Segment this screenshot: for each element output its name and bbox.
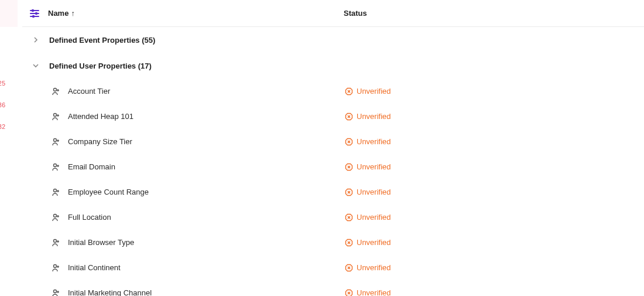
property-name: Full Location — [68, 213, 344, 222]
property-row[interactable]: Company Size Tier Unverified — [22, 129, 644, 154]
property-name: Initial Browser Type — [68, 238, 344, 247]
status-text: Unverified — [357, 137, 391, 146]
svg-point-12 — [54, 113, 57, 116]
group-label: Defined Event Properties (55) — [49, 36, 155, 45]
user-properties-items: Account Tier Unverified Attended Heap 10… — [22, 79, 644, 296]
svg-point-54 — [54, 290, 57, 292]
group-label: Defined User Properties (17) — [49, 62, 152, 70]
group-row-event-properties[interactable]: Defined Event Properties (55) — [22, 27, 644, 53]
fragment-number: 36 — [0, 101, 6, 108]
column-header-status[interactable]: Status — [344, 9, 367, 18]
property-row[interactable]: Initial Continent Unverified — [22, 255, 644, 280]
user-property-icon — [50, 162, 61, 172]
property-name: Employee Count Range — [68, 188, 344, 196]
status-badge: Unverified — [344, 137, 391, 146]
property-row[interactable]: Attended Heap 101 Unverified — [22, 104, 644, 129]
unverified-icon — [344, 238, 353, 247]
user-property-icon — [50, 288, 61, 297]
fragment-number: 25 — [0, 80, 6, 87]
column-header-name-label: Name — [48, 9, 68, 18]
unverified-icon — [344, 213, 353, 222]
property-row[interactable]: Initial Browser Type Unverified — [22, 230, 644, 255]
unverified-icon — [344, 188, 353, 196]
status-text: Unverified — [357, 188, 391, 196]
property-name: Initial Continent — [68, 263, 344, 272]
column-header-row: Name ↑ Status — [22, 0, 644, 27]
property-name: Account Tier — [68, 87, 344, 96]
svg-point-18 — [54, 138, 57, 141]
status-text: Unverified — [357, 112, 391, 121]
svg-point-4 — [36, 12, 37, 13]
status-text: Unverified — [357, 288, 391, 296]
property-name: Initial Marketing Channel — [68, 288, 344, 296]
status-badge: Unverified — [344, 263, 391, 272]
user-property-icon — [50, 86, 61, 97]
user-property-icon — [50, 187, 61, 198]
left-edge-decor: 25 36 32 — [0, 0, 22, 296]
status-badge: Unverified — [344, 238, 391, 247]
status-text: Unverified — [357, 213, 391, 222]
status-badge: Unverified — [344, 288, 391, 296]
column-header-status-label: Status — [344, 9, 367, 18]
unverified-icon — [344, 263, 353, 272]
status-badge: Unverified — [344, 188, 391, 196]
svg-point-36 — [54, 214, 57, 217]
column-header-name[interactable]: Name ↑ — [48, 9, 344, 18]
svg-point-48 — [54, 264, 57, 267]
status-text: Unverified — [357, 162, 391, 171]
property-name: Company Size Tier — [68, 137, 344, 146]
status-badge: Unverified — [344, 213, 391, 222]
svg-point-5 — [33, 15, 34, 16]
user-property-icon — [50, 212, 61, 223]
status-text: Unverified — [357, 238, 391, 247]
property-row[interactable]: Email Domain Unverified — [22, 154, 644, 179]
unverified-icon — [344, 112, 353, 121]
group-row-user-properties[interactable]: Defined User Properties (17) — [22, 53, 644, 79]
fragment-number: 32 — [0, 123, 6, 130]
unverified-icon — [344, 137, 353, 146]
user-property-icon — [50, 137, 61, 147]
svg-point-42 — [54, 239, 57, 242]
property-row[interactable]: Account Tier Unverified — [22, 79, 644, 104]
user-property-icon — [50, 237, 61, 248]
chevron-down-icon — [29, 62, 42, 69]
status-badge: Unverified — [344, 112, 391, 121]
property-row[interactable]: Initial Marketing Channel Unverified — [22, 280, 644, 296]
status-badge: Unverified — [344, 87, 391, 96]
user-property-icon — [50, 111, 61, 122]
property-row[interactable]: Full Location Unverified — [22, 205, 644, 230]
property-name: Email Domain — [68, 162, 344, 171]
unverified-icon — [344, 288, 353, 296]
svg-point-30 — [54, 189, 57, 192]
svg-point-24 — [54, 164, 57, 166]
user-property-icon — [50, 263, 61, 273]
filter-icon[interactable] — [28, 7, 41, 20]
property-row[interactable]: Employee Count Range Unverified — [22, 179, 644, 205]
svg-point-6 — [54, 88, 57, 91]
svg-point-3 — [32, 9, 33, 11]
status-badge: Unverified — [344, 162, 391, 171]
scroll-area[interactable]: Name ↑ Status Defined Event Properties (… — [22, 0, 644, 296]
status-text: Unverified — [357, 87, 391, 96]
unverified-icon — [344, 87, 353, 96]
status-text: Unverified — [357, 263, 391, 272]
chevron-right-icon — [29, 36, 42, 43]
sort-ascending-icon: ↑ — [71, 9, 75, 18]
property-name: Attended Heap 101 — [68, 112, 344, 121]
unverified-icon — [344, 162, 353, 171]
